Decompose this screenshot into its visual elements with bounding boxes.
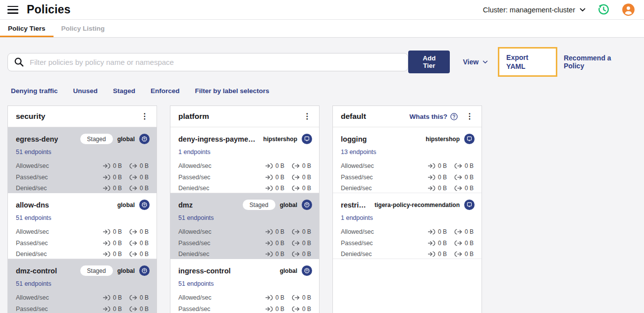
endpoints-link[interactable]: 51 endpoints	[16, 214, 52, 221]
ingress-icon	[428, 185, 435, 191]
ingress-icon	[428, 251, 435, 257]
tab-policy-tiers[interactable]: Policy Tiers	[0, 20, 54, 37]
policy-card-dmz-control[interactable]: dmz-control Staged global 51 endpoints	[8, 259, 157, 313]
metric-row: Allowed/sec 0 B 0 B	[178, 226, 312, 238]
metric-label: Denied/sec	[16, 251, 47, 258]
chevron-down-icon	[483, 60, 488, 64]
export-yaml-button[interactable]: Export YAML	[498, 47, 557, 77]
policy-namespace: global	[117, 136, 135, 143]
tier-policy-list: egress-deny Staged global 51 endpoints	[8, 127, 157, 313]
metric-label: Denied/sec	[178, 185, 210, 192]
namespace-badge-icon	[139, 134, 150, 144]
endpoints-link[interactable]: 13 endpoints	[341, 149, 376, 156]
endpoints-link[interactable]: 51 endpoints	[178, 280, 214, 287]
egress-icon	[129, 185, 137, 191]
ingress-icon	[265, 229, 273, 235]
metric-row: Allowed/sec 0 B 0 B	[178, 292, 312, 304]
metric-row: Passed/sec 0 B 0 B	[178, 172, 312, 183]
policy-card-logging[interactable]: logging Staged hipstershop 13 endpoints	[333, 127, 482, 193]
recommend-policy-button[interactable]: Recommend a Policy	[564, 54, 633, 70]
ingress-value: 0 B	[438, 228, 447, 235]
globe-icon	[141, 135, 148, 143]
ingress-icon	[103, 295, 110, 301]
metric-row: Denied/sec 0 B 0 B	[16, 183, 150, 194]
egress-value: 0 B	[302, 228, 311, 235]
filter-denying-traffic[interactable]: Denying traffic	[11, 87, 58, 95]
metric-row: Passed/sec 0 B 0 B	[16, 172, 150, 183]
metric-row: Passed/sec 0 B 0 B	[16, 238, 150, 249]
policy-card-dmz[interactable]: dmz Staged global 51 endpoints Allo	[170, 193, 319, 259]
filter-by-label-selectors[interactable]: Filter by label selectors	[195, 87, 269, 95]
metric-label: Allowed/sec	[16, 228, 49, 235]
view-dropdown-button[interactable]: View	[463, 58, 488, 66]
export-yaml-label: Export YAML	[506, 53, 528, 70]
egress-value: 0 B	[465, 162, 474, 169]
cluster-selector[interactable]: Cluster: management-cluster	[483, 6, 586, 14]
metric-row: Passed/sec 0 B 0 B	[178, 238, 312, 249]
endpoints-link[interactable]: 51 endpoints	[178, 214, 214, 221]
endpoints-link[interactable]: 51 endpoints	[16, 280, 52, 287]
whats-this-label: Whats this?	[410, 113, 448, 120]
endpoints-link[interactable]: 1 endpoints	[341, 214, 373, 221]
egress-icon	[129, 295, 137, 301]
policy-card-egress-deny[interactable]: egress-deny Staged global 51 endpoints	[8, 127, 157, 193]
app-cube-icon	[466, 201, 473, 209]
policy-metrics: Allowed/sec 0 B 0 B Passed/sec	[341, 226, 475, 260]
tab-policy-listing[interactable]: Policy Listing	[54, 20, 113, 37]
search-input[interactable]	[7, 53, 408, 71]
filter-enforced[interactable]: Enforced	[151, 87, 180, 95]
ingress-value: 0 B	[113, 251, 122, 258]
policy-card-allow-dns[interactable]: allow-dns Staged global 51 endpoints	[8, 193, 157, 259]
metric-label: Denied/sec	[178, 251, 210, 258]
ingress-value: 0 B	[275, 294, 284, 301]
policy-name: logging	[341, 135, 367, 143]
policy-name: dmz	[178, 201, 193, 209]
egress-icon	[129, 174, 137, 180]
endpoints-link[interactable]: 51 endpoints	[16, 149, 52, 156]
metric-row: Passed/sec 0 B 0 B	[341, 238, 475, 249]
egress-value: 0 B	[302, 251, 311, 258]
tier-menu-button[interactable]: ⋮	[463, 110, 477, 122]
metric-label: Passed/sec	[178, 174, 211, 181]
user-avatar[interactable]	[622, 3, 635, 16]
egress-icon	[454, 185, 462, 191]
policy-card-restricted[interactable]: restricted Staged tigera-policy-recommen…	[333, 193, 482, 259]
egress-value: 0 B	[465, 174, 474, 181]
policy-card-ingress-control[interactable]: ingress-control Staged global 51 endpoin…	[170, 259, 319, 313]
globe-icon	[141, 267, 148, 274]
tier-menu-button[interactable]: ⋮	[138, 110, 152, 122]
staged-badge: Staged	[80, 265, 113, 276]
ingress-icon	[103, 174, 110, 180]
metric-row: Passed/sec 0 B 0 B	[341, 172, 475, 183]
add-tier-button[interactable]: Add Tier	[408, 51, 450, 73]
ingress-icon	[428, 240, 435, 246]
ingress-icon	[265, 163, 273, 169]
metric-label: Passed/sec	[16, 240, 48, 247]
tier-menu-button[interactable]: ⋮	[300, 110, 314, 122]
metric-label: Allowed/sec	[341, 162, 374, 169]
policy-metrics: Allowed/sec 0 B 0 B Passed/sec	[341, 160, 475, 194]
filter-unused[interactable]: Unused	[73, 87, 98, 95]
metric-row: Allowed/sec 0 B 0 B	[16, 160, 150, 172]
metric-row: Allowed/sec 0 B 0 B	[16, 226, 150, 238]
hamburger-menu-icon[interactable]	[7, 6, 18, 14]
egress-value: 0 B	[302, 240, 311, 247]
egress-icon	[129, 240, 137, 246]
tier-title: platform	[178, 112, 209, 121]
metric-label: Passed/sec	[341, 240, 373, 247]
metric-label: Passed/sec	[16, 306, 48, 313]
namespace-badge-icon	[302, 200, 312, 210]
history-icon[interactable]	[597, 3, 610, 16]
cluster-selector-label: Cluster: management-cluster	[483, 6, 575, 14]
ingress-value: 0 B	[113, 228, 122, 235]
policy-card-deny-ingress-paymentservi[interactable]: deny-ingress-paymentservi… Staged hipste…	[170, 127, 319, 193]
metric-row: Allowed/sec 0 B 0 B	[16, 292, 150, 304]
policy-metrics: Allowed/sec 0 B 0 B Passed/sec	[178, 292, 312, 313]
egress-value: 0 B	[302, 185, 311, 192]
whats-this-link[interactable]: Whats this?	[410, 113, 458, 120]
ingress-value: 0 B	[113, 306, 122, 313]
ingress-value: 0 B	[438, 162, 447, 169]
filter-staged[interactable]: Staged	[113, 87, 135, 95]
ingress-value: 0 B	[438, 185, 447, 192]
endpoints-link[interactable]: 1 endpoints	[178, 149, 211, 156]
